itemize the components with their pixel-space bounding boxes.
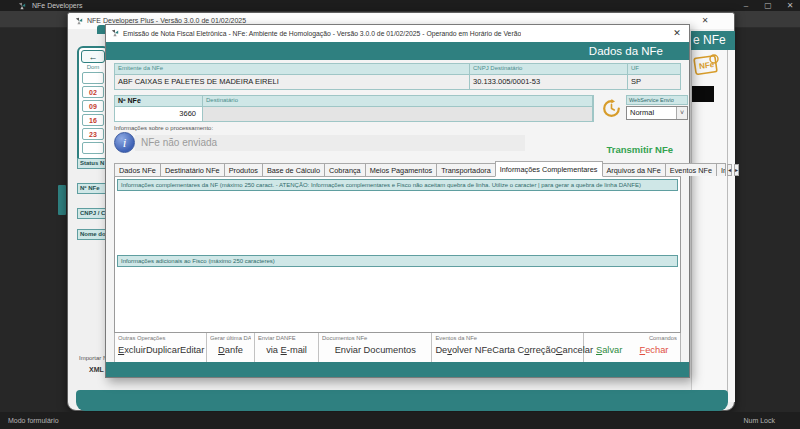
dialog-titlebar[interactable]: Emissão de Nota Fiscal Eletrônica - NFe:… — [106, 25, 689, 42]
tab-informa-es-complementares[interactable]: Informações Complementares — [495, 161, 603, 177]
xml-button[interactable]: XML — [89, 366, 104, 373]
desktop: NFe Developers – ▢ ✕ NFE Developers Plus… — [0, 0, 800, 429]
numero-nfe-label: Nº NFe — [115, 96, 203, 107]
action-group: Enviar DANFEvia E-mail — [255, 333, 319, 365]
action-group: Documentos NFeEnviar Documentos — [319, 333, 432, 365]
webservice-label: WebService Envio — [626, 95, 688, 105]
app-logo-icon — [18, 2, 26, 10]
numero-nfe-input[interactable]: 3660 — [115, 107, 203, 121]
cnpj-destinatario-label: CNPJ Destinatário — [470, 64, 628, 75]
tab-cobran-a[interactable]: Cobrança — [324, 163, 366, 176]
emitente-group: Emitente da NFe CNPJ Destinatário UF ABF… — [114, 63, 681, 90]
calendar-days: 02091623 — [81, 72, 105, 154]
transmit-nfe-link[interactable]: Transmitir NFe — [606, 144, 673, 155]
processing-status-row: i NFe não enviada Transmitir NFe — [114, 132, 681, 154]
tab-base-de-c-lculo[interactable]: Base de Cálculo — [262, 163, 325, 176]
status-message: NFe não enviada — [135, 135, 525, 151]
tab-transportadora[interactable]: Transportadora — [436, 163, 496, 176]
taskbar-app-label: NFe Developers — [32, 0, 83, 11]
statusbar-mode: Modo formulário — [8, 412, 59, 429]
chevron-down-icon[interactable]: ˅ — [676, 107, 687, 119]
destinatario-label: Destinatário — [203, 96, 593, 107]
salvar-button[interactable]: Salvar — [596, 345, 622, 355]
devolver-nfe-button[interactable]: Devolver NFe — [435, 345, 492, 355]
calendar-day-cell[interactable]: 02 — [82, 86, 104, 98]
nfe-stamp-icon: NFe — [692, 52, 720, 79]
tab-arquivos-da-nfe[interactable]: Arquivos da NFe — [602, 163, 666, 176]
background-field-label: Status N — [77, 158, 107, 169]
background-field-label: CNPJ / C — [77, 208, 107, 219]
window-logo-icon — [75, 17, 83, 25]
close-button[interactable]: ✕ — [780, 0, 800, 11]
tab-strip: Dados NFeDestinatário NFeProdutosBase de… — [114, 160, 681, 177]
info-fisco-header: Informações adicionais ao Fisco (máximo … — [117, 255, 678, 267]
action-group: Gerar última DANFEDanfe — [207, 333, 255, 365]
webservice-select[interactable]: Normal ˅ — [626, 106, 688, 120]
dialog-header: Dados da NFe — [106, 42, 689, 60]
calendar-day-cell[interactable] — [82, 72, 104, 84]
dialog-close-icon[interactable]: ✕ — [671, 25, 683, 42]
info-complementares-textarea[interactable] — [117, 191, 678, 255]
processing-label: Informações sobre o processamento: — [114, 125, 681, 131]
action-group: ComandosSalvarFechar — [584, 333, 680, 365]
svg-text:NFe: NFe — [699, 60, 716, 71]
dialog-footer-bar — [106, 362, 689, 377]
dialog-body: Emitente da NFe CNPJ Destinatário UF ABF… — [106, 60, 689, 366]
tab-content: Informações complementares da NF (máximo… — [114, 177, 681, 333]
action-group-label: Outras Operações — [118, 335, 203, 341]
main-window-footer-bar — [76, 390, 728, 411]
tab-dados-nfe[interactable]: Dados NFe — [114, 163, 161, 176]
side-accent — [58, 185, 66, 215]
duplicar-button[interactable]: Duplicar — [146, 345, 180, 355]
background-field-label: Nº NFe — [77, 183, 107, 194]
background-header-fragment: e NFe — [691, 31, 735, 50]
tab-produtos[interactable]: Produtos — [224, 163, 263, 176]
background-dark-field — [692, 86, 714, 102]
dialog-title: Emissão de Nota Fiscal Eletrônica - NFe:… — [123, 25, 521, 42]
minimize-button[interactable]: – — [736, 0, 756, 11]
webservice-value: Normal — [630, 108, 654, 117]
excluir-button[interactable]: Excluir — [118, 345, 146, 355]
calendar-day-cell[interactable]: 23 — [82, 128, 104, 140]
emitente-label: Emitente da NFe — [115, 64, 470, 75]
info-fisco-textarea[interactable] — [117, 267, 678, 329]
back-arrow-button[interactable]: ← — [81, 50, 105, 63]
tab-info[interactable]: Info — [716, 163, 726, 176]
statusbar-numlock: Num Lock — [743, 412, 775, 429]
tab-scroll-left-button[interactable]: ◂ — [727, 164, 732, 176]
numero-group: Nº NFe Destinatário 3660 — [114, 95, 594, 122]
destinatario-input[interactable] — [203, 107, 593, 121]
uf-value: SP — [628, 75, 680, 89]
via-e-mail-button[interactable]: via E-mail — [266, 345, 307, 355]
action-group: Eventos da NFeDevolver NFeCarta Correção… — [432, 333, 584, 365]
calendar-day-cell[interactable] — [82, 142, 104, 154]
clock-icon — [602, 99, 621, 118]
tab-meios-pagamentos[interactable]: Meios Pagamentos — [365, 163, 437, 176]
action-group-label: Eventos da NFe — [435, 335, 580, 341]
right-panel-fragment — [691, 50, 735, 402]
info-complementares-header: Informações complementares da NF (máximo… — [117, 179, 678, 191]
tab-scroll-right-button[interactable]: ▸ — [734, 164, 739, 176]
danfe-button[interactable]: Danfe — [218, 345, 243, 355]
app-statusbar: Modo formulárioNum Lock — [0, 412, 800, 429]
editar-button[interactable]: Editar — [180, 345, 204, 355]
info-icon: i — [114, 132, 135, 153]
emitente-value: ABF CAIXAS E PALETES DE MADEIRA EIRELI — [115, 75, 470, 89]
webservice-box: WebService Envio Normal ˅ — [626, 95, 688, 120]
calendar-day-cell[interactable]: 09 — [82, 100, 104, 112]
tab-destinat-rio-nfe[interactable]: Destinatário NFe — [160, 163, 225, 176]
nfe-dialog: Emissão de Nota Fiscal Eletrônica - NFe:… — [105, 24, 690, 378]
enviar-documentos-button[interactable]: Enviar Documentos — [335, 345, 416, 355]
action-group-label: Gerar última DANFE — [210, 335, 251, 341]
carta-corre-o-button[interactable]: Carta Correção — [492, 345, 556, 355]
importar-label: Importar N — [79, 355, 107, 361]
calendar-day-header: Dom — [81, 64, 105, 70]
maximize-button[interactable]: ▢ — [758, 0, 778, 11]
calendar-day-cell[interactable]: 16 — [82, 114, 104, 126]
uf-label: UF — [628, 64, 680, 75]
main-window-close-icon[interactable]: ✕ — [698, 13, 712, 29]
background-field-label: Nome do — [77, 229, 107, 240]
tab-eventos-nfe[interactable]: Eventos NFe — [665, 163, 717, 176]
dialog-logo-icon — [111, 29, 119, 37]
fechar-button[interactable]: Fechar — [639, 345, 668, 355]
